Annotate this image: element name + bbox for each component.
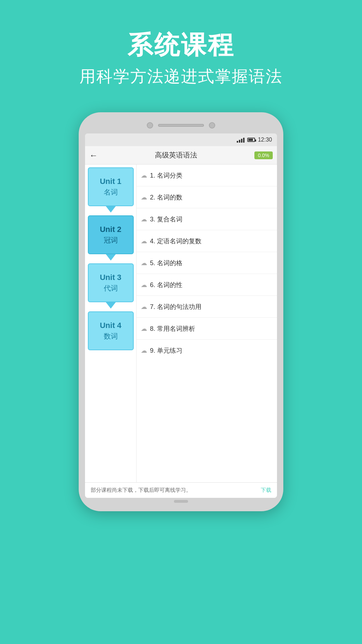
app-header: ← 高级英语语法 0.0% [85,146,277,165]
cloud-icon-3: ☁ [141,215,147,223]
phone-screen: 12:30 ← 高级英语语法 0.0% Unit 1 名词 [85,133,277,498]
cloud-icon-5: ☁ [141,259,147,267]
status-bar: 12:30 [85,133,277,146]
status-time: 12:30 [258,137,272,143]
lesson-item-1[interactable]: ☁ 1. 名词分类 [137,165,277,186]
cloud-icon-6: ☁ [141,281,147,289]
page-subtitle: 用科学方法递进式掌握语法 [0,66,362,88]
lesson-item-5[interactable]: ☁ 5. 名词的格 [137,252,277,274]
progress-badge: 0.0% [254,151,273,159]
unit-block-2[interactable]: Unit 2 冠词 [88,215,134,254]
phone-camera-right [209,122,215,129]
download-hint: 部分课程尚未下载，下载后即可离线学习。 [91,487,191,494]
unit-arrow-1 [106,206,116,213]
unit-1-name: 名词 [104,187,118,197]
lessons-list: ☁ 1. 名词分类 ☁ 2. 名词的数 ☁ 3. 复合名词 ☁ 4. 定语名词的… [136,165,277,482]
cloud-icon-2: ☁ [141,193,147,201]
unit-3-label: Unit 3 [100,273,121,282]
back-button[interactable]: ← [89,151,98,160]
phone-camera [147,122,153,129]
download-link[interactable]: 下载 [261,487,271,494]
lesson-text-5: 5. 名词的格 [150,259,182,267]
cloud-icon-8: ☁ [141,325,147,333]
signal-icon [237,137,245,143]
lesson-item-2[interactable]: ☁ 2. 名词的数 [137,186,277,208]
cloud-icon-4: ☁ [141,237,147,245]
lesson-item-6[interactable]: ☁ 6. 名词的性 [137,274,277,296]
unit-3-name: 代词 [104,284,118,293]
unit-block-1[interactable]: Unit 1 名词 [88,167,134,206]
download-bar: 部分课程尚未下载，下载后即可离线学习。 下载 [85,482,277,498]
unit-4-label: Unit 4 [100,321,121,330]
lesson-item-9[interactable]: ☁ 9. 单元练习 [137,340,277,362]
unit-arrow-2 [106,254,116,261]
unit-4-name: 数词 [104,332,118,341]
lesson-text-9: 9. 单元练习 [150,346,182,355]
content-area: Unit 1 名词 Unit 2 冠词 Unit 3 代词 [85,165,277,482]
lesson-text-3: 3. 复合名词 [150,215,182,223]
unit-arrow-3 [106,302,116,309]
phone-speaker [158,124,204,127]
battery-icon [247,138,255,142]
phone-top-bar [85,119,277,133]
lesson-text-8: 8. 常用名词辨析 [150,324,195,333]
lesson-text-7: 7. 名词的句法功用 [150,303,201,311]
page-title: 系统课程 [0,28,362,62]
lesson-item-3[interactable]: ☁ 3. 复合名词 [137,208,277,230]
unit-block-3[interactable]: Unit 3 代词 [88,263,134,302]
unit-block-4[interactable]: Unit 4 数词 [88,311,134,350]
unit-2-label: Unit 2 [100,225,121,234]
lesson-text-4: 4. 定语名词的复数 [150,237,201,245]
phone-bottom-bar [85,498,277,505]
unit-1-label: Unit 1 [100,177,121,186]
cloud-icon-7: ☁ [141,303,147,311]
unit-2-name: 冠词 [104,235,118,245]
cloud-icon-9: ☁ [141,347,147,354]
lesson-item-7[interactable]: ☁ 7. 名词的句法功用 [137,296,277,318]
phone-mockup: 12:30 ← 高级英语语法 0.0% Unit 1 名词 [0,112,362,511]
lesson-text-1: 1. 名词分类 [150,171,182,180]
app-header-title: 高级英语语法 [98,150,254,160]
home-button [174,500,188,503]
cloud-icon-1: ☁ [141,172,147,179]
lesson-text-2: 2. 名词的数 [150,193,182,202]
lesson-text-6: 6. 名词的性 [150,281,182,289]
units-sidebar: Unit 1 名词 Unit 2 冠词 Unit 3 代词 [85,165,136,482]
lesson-item-8[interactable]: ☁ 8. 常用名词辨析 [137,318,277,340]
lesson-item-4[interactable]: ☁ 4. 定语名词的复数 [137,230,277,252]
